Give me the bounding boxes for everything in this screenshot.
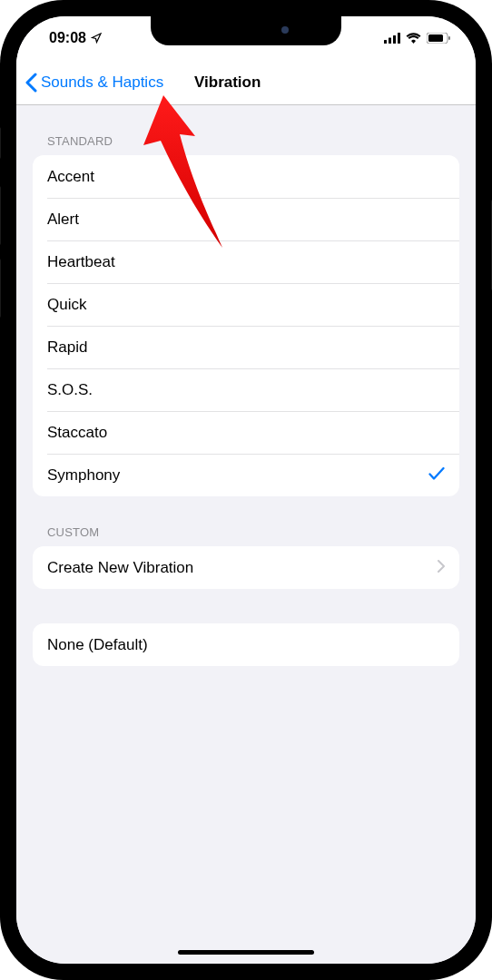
svg-rect-5	[428, 34, 443, 42]
location-icon	[91, 33, 102, 44]
section-header-standard: Standard	[33, 105, 459, 155]
vibration-option-heartbeat[interactable]: Heartbeat	[33, 240, 459, 283]
section-header-custom: Custom	[33, 496, 459, 546]
vibration-option-staccato[interactable]: Staccato	[33, 411, 459, 454]
nav-bar: Sounds & Haptics Vibration	[16, 60, 476, 105]
wifi-icon	[406, 33, 421, 44]
checkmark-icon	[428, 465, 445, 485]
list-item-label: Heartbeat	[47, 253, 115, 271]
vibration-option-rapid[interactable]: Rapid	[33, 326, 459, 368]
svg-rect-6	[448, 36, 450, 40]
list-item-label: S.O.S.	[47, 381, 93, 399]
status-icons	[384, 33, 450, 44]
page-title: Vibration	[194, 74, 261, 92]
home-indicator[interactable]	[178, 950, 314, 955]
list-item-label: Alert	[47, 211, 79, 229]
svg-rect-3	[398, 33, 400, 44]
chevron-left-icon	[25, 73, 37, 93]
list-item-label: Accent	[47, 168, 94, 186]
list-item-label: Staccato	[47, 424, 107, 442]
section-group-none: None (Default)	[33, 623, 459, 666]
back-button[interactable]: Sounds & Haptics	[25, 73, 163, 93]
vibration-option-accent[interactable]: Accent	[33, 155, 459, 198]
vibration-option-quick[interactable]: Quick	[33, 283, 459, 326]
back-label: Sounds & Haptics	[41, 74, 163, 92]
list-item-label: Create New Vibration	[47, 559, 193, 577]
chevron-right-icon	[438, 559, 445, 577]
list-item-label: None (Default)	[47, 636, 148, 654]
vibration-option-alert[interactable]: Alert	[33, 198, 459, 240]
list-item-label: Symphony	[47, 466, 120, 485]
list-item-label: Rapid	[47, 338, 87, 357]
vibration-option-symphony[interactable]: Symphony	[33, 454, 459, 496]
svg-rect-0	[384, 40, 387, 44]
content-area[interactable]: Standard Accent Alert Heartbeat Quick Ra…	[16, 105, 476, 964]
list-item-label: Quick	[47, 296, 86, 314]
cellular-icon	[384, 33, 400, 44]
status-time: 09:08	[49, 30, 102, 46]
section-group-custom: Create New Vibration	[33, 546, 459, 589]
vibration-option-sos[interactable]: S.O.S.	[33, 368, 459, 411]
svg-rect-2	[393, 35, 396, 44]
section-group-standard: Accent Alert Heartbeat Quick Rapid S.O.S…	[33, 155, 459, 496]
vibration-option-none[interactable]: None (Default)	[33, 623, 459, 666]
battery-icon	[427, 33, 450, 44]
time-text: 09:08	[49, 30, 86, 46]
create-new-vibration-button[interactable]: Create New Vibration	[33, 546, 459, 589]
svg-rect-1	[389, 38, 391, 44]
